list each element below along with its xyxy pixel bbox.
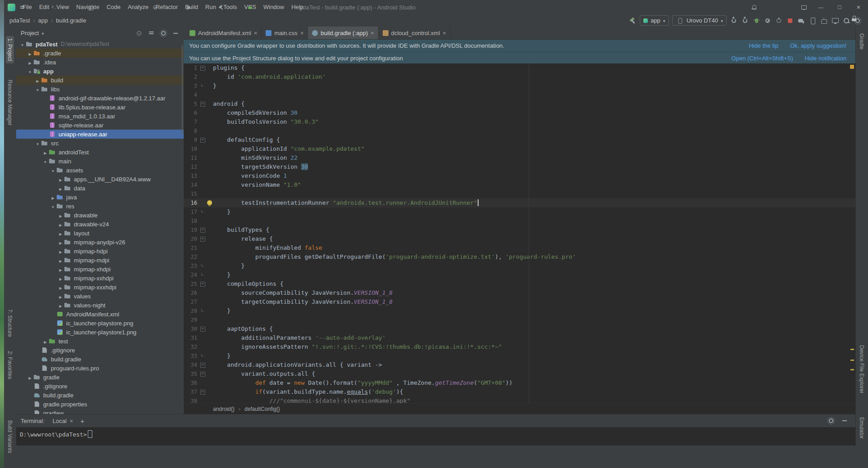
tree-item-data[interactable]: data (16, 184, 184, 193)
code-line-36[interactable]: 36 def date = new Date().format("yyyyMMd… (184, 378, 855, 387)
readonly-lock-icon[interactable] (852, 16, 857, 22)
avd-manager-icon[interactable] (809, 17, 817, 25)
tree-item-ic-launcher-playstore-png[interactable]: ic_launcher-playstore.png (16, 319, 184, 328)
fold-marker[interactable] (197, 351, 208, 360)
tree-item-res[interactable]: res (16, 202, 184, 211)
collapse-all-icon[interactable] (148, 30, 155, 37)
window-minimize-button[interactable] (811, 0, 830, 14)
stripe-7-structure[interactable]: 7: Structure (6, 307, 14, 339)
collapsed-arrow-icon[interactable] (57, 212, 64, 219)
close-icon[interactable] (300, 30, 304, 36)
code-line-35[interactable]: 35 variant.outputs.all { (184, 369, 855, 378)
code-line-18[interactable]: 18 (184, 216, 855, 225)
stripe-2-favorites[interactable]: 2: Favorites (6, 349, 14, 382)
tree-item-msa-mdid-1-0-13-aar[interactable]: msa_mdid_1.0.13.aar (16, 112, 184, 121)
fold-marker[interactable] (197, 234, 208, 243)
collapsed-arrow-icon[interactable] (57, 185, 64, 192)
build-hammer-icon[interactable] (628, 17, 637, 25)
banner-link-ok-apply-suggestion[interactable]: Ok, apply suggestion! (790, 42, 846, 49)
code-line-4[interactable]: 4 (184, 90, 855, 99)
settings-icon[interactable] (160, 30, 167, 37)
tree-item-app[interactable]: app (16, 67, 184, 76)
menu-code[interactable]: Code (103, 4, 124, 10)
code-line-22[interactable]: 22 proguardFiles getDefaultProguardFile(… (184, 252, 855, 261)
stripe-emulator[interactable]: Emulator (858, 415, 866, 441)
fold-marker[interactable] (197, 63, 208, 72)
code-line-3[interactable]: 3} (184, 81, 855, 90)
code-line-38[interactable]: 38 ///"commonui-${date}-${versionName}.a… (184, 396, 855, 404)
tree-item-gradle-properties[interactable]: gradle.properties (16, 400, 184, 409)
tree-item-pdatest[interactable]: pdaTestD:\wwwroot\pdaTest (16, 40, 184, 49)
tab-build-gradle-app[interactable]: build.gradle (:app) (308, 27, 378, 39)
tree-item-idea[interactable]: .idea (16, 58, 184, 67)
fold-marker[interactable] (197, 270, 208, 279)
profile-icon[interactable] (764, 17, 772, 25)
tab-main-css[interactable]: main.css (262, 27, 308, 39)
collapsed-arrow-icon[interactable] (57, 176, 64, 183)
code-line-37[interactable]: 37 if(variant.buildType.name.equals('deb… (184, 387, 855, 396)
hide-terminal-icon[interactable] (841, 417, 848, 424)
terminal-settings-icon[interactable] (827, 417, 835, 424)
tab-dcloud-control-xml[interactable]: dcloud_control.xml (379, 27, 451, 39)
collapsed-arrow-icon[interactable] (42, 338, 49, 345)
fold-marker[interactable] (197, 261, 208, 270)
hide-panel-icon[interactable] (172, 30, 179, 37)
code-line-13[interactable]: 13 versionCode 1 (184, 171, 855, 180)
debug-icon[interactable] (752, 17, 760, 25)
device-dropdown[interactable]: Urovo DT40 (672, 15, 727, 26)
search-everywhere-icon[interactable] (842, 17, 850, 25)
banner-link-open-ctrl-alt-shift-s[interactable]: Open (Ctrl+Alt+Shift+S) (732, 55, 793, 62)
intention-bulb-icon[interactable] (207, 200, 212, 205)
tree-item-androidmanifest-xml[interactable]: AndroidManifest.xml (16, 310, 184, 319)
tree-item-mipmap-xxhdpi[interactable]: mipmap-xxhdpi (16, 274, 184, 283)
code-line-8[interactable]: 8 (184, 126, 855, 135)
collapsed-arrow-icon[interactable] (27, 374, 33, 381)
tree-item-mipmap-xhdpi[interactable]: mipmap-xhdpi (16, 265, 184, 274)
tree-item-ic-launcher-playstore1-png[interactable]: ic_launcher-playstore1.png (16, 328, 184, 337)
terminal-tab-local[interactable]: Local (48, 415, 78, 427)
tree-item-layout[interactable]: layout (16, 229, 184, 238)
warning-stripe-mark[interactable] (850, 349, 854, 350)
gradle-sync-icon[interactable] (797, 17, 805, 25)
expanded-arrow-icon[interactable] (34, 140, 41, 147)
tree-item-values[interactable]: values (16, 292, 184, 301)
tree-item-drawable[interactable]: drawable (16, 211, 184, 220)
project-view-selector[interactable]: Project (21, 30, 44, 36)
collapsed-arrow-icon[interactable] (57, 239, 64, 246)
collapsed-arrow-icon[interactable] (50, 194, 56, 201)
tree-item-gitignore[interactable]: .gitignore (16, 382, 184, 391)
stripe-device-file-explorer[interactable]: Device File Explorer (858, 343, 866, 396)
close-icon[interactable] (254, 30, 258, 36)
window-maximize-button[interactable] (830, 0, 849, 14)
menu-window[interactable]: Window (260, 4, 288, 10)
expanded-arrow-icon[interactable] (27, 68, 33, 75)
tree-item-mipmap-anydpi-v26[interactable]: mipmap-anydpi-v26 (16, 238, 184, 247)
stripe-gradle[interactable]: Gradle (858, 31, 866, 52)
window-close-button[interactable] (849, 0, 868, 14)
fold-marker[interactable] (197, 207, 208, 216)
code-line-28[interactable]: 28 } (184, 306, 855, 315)
close-icon[interactable] (371, 30, 374, 36)
tree-item-gitignore[interactable]: .gitignore (16, 346, 184, 355)
tree-item-build-gradle[interactable]: build.gradle (16, 355, 184, 364)
code-line-34[interactable]: 34 android.applicationVariants.all { var… (184, 360, 855, 369)
fold-marker[interactable] (197, 360, 208, 369)
warning-stripe-mark[interactable] (850, 369, 854, 370)
code-line-23[interactable]: 23 } (184, 261, 855, 270)
code-line-6[interactable]: 6 compileSdkVersion 30 (184, 108, 855, 117)
new-terminal-button[interactable] (80, 417, 84, 425)
collapsed-arrow-icon[interactable] (57, 266, 64, 273)
menu-edit[interactable]: Edit (36, 4, 53, 10)
stripe-1-project[interactable]: 1: Project (6, 36, 14, 63)
code-line-31[interactable]: 31 additionalParameters '--auto-add-over… (184, 333, 855, 342)
expanded-arrow-icon[interactable] (50, 167, 56, 174)
code-line-2[interactable]: 2 id 'com.android.application' (184, 72, 855, 81)
tree-item-sqlite-release-aar[interactable]: sqlite-release.aar (16, 121, 184, 130)
tree-item-test[interactable]: test (16, 337, 184, 346)
breadcrumb-item-pdatest[interactable]: pdaTest (9, 17, 30, 24)
tree-item-gradle[interactable]: .gradle (16, 49, 184, 58)
inspection-indicator[interactable] (850, 65, 854, 69)
tree-item-uniapp-release-aar[interactable]: uniapp-release.aar (16, 130, 184, 139)
collapsed-arrow-icon[interactable] (57, 221, 64, 228)
tree-item-build-gradle[interactable]: build.gradle (16, 391, 184, 400)
